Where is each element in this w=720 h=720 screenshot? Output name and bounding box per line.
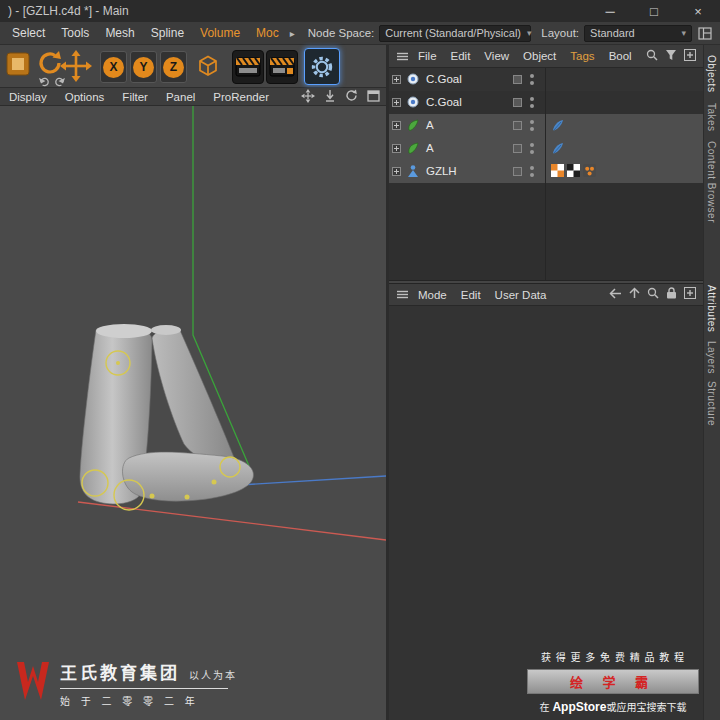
add-icon[interactable]: [684, 49, 696, 64]
phong-tag-icon[interactable]: [583, 164, 596, 180]
object-name[interactable]: A: [426, 119, 434, 131]
object-row-cgoal-1[interactable]: C.Goal: [389, 68, 703, 91]
3d-viewport[interactable]: 王氏教育集团 以人为本 始 于 二 零 零 二 年: [0, 106, 386, 720]
hamburger-icon[interactable]: [394, 290, 411, 299]
minimize-button[interactable]: ─: [588, 0, 632, 22]
menu-overflow-icon[interactable]: ▸: [287, 28, 298, 39]
object-row-joint-1[interactable]: A: [389, 114, 703, 137]
uvw-tag-icon[interactable]: [567, 164, 580, 180]
y-axis-lock-button[interactable]: Y: [130, 51, 157, 83]
visibility-dots[interactable]: [530, 120, 534, 131]
viewport-menu-options[interactable]: Options: [56, 91, 114, 103]
texture-tag-icon[interactable]: [551, 164, 564, 180]
tab-content-browser[interactable]: Content Browser: [706, 141, 717, 223]
lock-icon[interactable]: [666, 287, 677, 302]
viewport-menu-panel[interactable]: Panel: [157, 91, 204, 103]
render-settings-button[interactable]: [304, 48, 340, 85]
render-view-button[interactable]: [232, 50, 264, 84]
om-menu-edit[interactable]: Edit: [444, 50, 478, 62]
expand-icon[interactable]: [392, 144, 401, 153]
maximize-button[interactable]: □: [632, 0, 676, 22]
undo-icon[interactable]: [38, 76, 50, 87]
promo-watermark: 获 得 更 多 免 费 精 品 教 程 绘 学 霸 在 AppStore或应用宝…: [527, 649, 699, 714]
z-axis-lock-button[interactable]: Z: [160, 51, 187, 83]
tag-list: [551, 118, 565, 135]
om-menu-bool[interactable]: Bool: [602, 50, 639, 62]
menu-mograph[interactable]: Moc: [248, 26, 287, 40]
menu-volume[interactable]: Volume: [192, 26, 248, 40]
om-menu-view[interactable]: View: [477, 50, 516, 62]
enable-toggle[interactable]: [513, 121, 522, 130]
enable-toggle[interactable]: [513, 144, 522, 153]
promo-line1: 获 得 更 多 免 费 精 品 教 程: [541, 649, 685, 664]
promo-line3-bold: AppStore: [552, 700, 606, 714]
menu-mesh[interactable]: Mesh: [97, 26, 142, 40]
menu-select[interactable]: Select: [4, 26, 53, 40]
goal-object-icon: [406, 95, 420, 109]
object-name[interactable]: GZLH: [426, 165, 457, 177]
enable-toggle[interactable]: [513, 167, 522, 176]
weight-tag-icon[interactable]: [551, 118, 565, 135]
selection-tool-button[interactable]: [4, 50, 32, 78]
visibility-dots[interactable]: [530, 143, 534, 154]
visibility-dots[interactable]: [530, 74, 534, 85]
tab-structure[interactable]: Structure: [706, 381, 717, 426]
object-row-cgoal-2[interactable]: C.Goal: [389, 91, 703, 114]
object-name[interactable]: A: [426, 142, 434, 154]
am-menu-edit[interactable]: Edit: [454, 289, 488, 301]
up-arrow-icon[interactable]: [629, 287, 640, 302]
layout-dropdown[interactable]: Standard ▾: [584, 25, 692, 42]
om-menu-tags[interactable]: Tags: [563, 50, 601, 62]
zoom-view-icon[interactable]: [324, 89, 336, 104]
titlebar: ) - [GZLH.c4d *] - Main ─ □ ×: [0, 0, 720, 22]
object-name[interactable]: C.Goal: [426, 96, 462, 108]
search-icon[interactable]: [647, 287, 659, 302]
add-icon[interactable]: [684, 287, 696, 302]
tab-layers[interactable]: Layers: [706, 341, 717, 374]
visibility-dots[interactable]: [530, 166, 534, 177]
am-menu-mode[interactable]: Mode: [411, 289, 454, 301]
object-manager-menubar: File Edit View Object Tags Bool: [389, 45, 703, 68]
om-menu-object[interactable]: Object: [516, 50, 563, 62]
right-panel: File Edit View Object Tags Bool C.Goal: [389, 45, 703, 720]
weight-tag-icon[interactable]: [551, 141, 565, 158]
object-row-joint-2[interactable]: A: [389, 137, 703, 160]
render-to-picture-viewer-button[interactable]: [266, 50, 298, 84]
expand-icon[interactable]: [392, 98, 401, 107]
om-menu-file[interactable]: File: [411, 50, 444, 62]
menu-tools[interactable]: Tools: [53, 26, 97, 40]
rotate-view-icon[interactable]: [345, 89, 358, 104]
node-space-dropdown[interactable]: Current (Standard/Physical) ▾: [379, 25, 531, 42]
search-icon[interactable]: [646, 49, 658, 64]
filter-icon[interactable]: [665, 49, 677, 64]
viewport-menu-filter[interactable]: Filter: [113, 91, 157, 103]
object-row-gzlh[interactable]: GZLH: [389, 160, 703, 183]
close-button[interactable]: ×: [676, 0, 720, 22]
expand-icon[interactable]: [392, 75, 401, 84]
expand-icon[interactable]: [392, 121, 401, 130]
move-tool-button[interactable]: [60, 50, 92, 82]
tab-takes[interactable]: Takes: [706, 103, 717, 132]
menu-spline[interactable]: Spline: [143, 26, 192, 40]
enable-toggle[interactable]: [513, 75, 522, 84]
x-axis-lock-button[interactable]: X: [100, 51, 127, 83]
viewport-menu-prorender[interactable]: ProRender: [204, 91, 278, 103]
brand-name: 王氏教育集团: [60, 659, 180, 684]
object-name[interactable]: C.Goal: [426, 73, 462, 85]
layout-grid-icon[interactable]: [698, 27, 712, 40]
tab-objects[interactable]: Objects: [706, 55, 717, 92]
am-menu-userdata[interactable]: User Data: [488, 289, 554, 301]
coordinate-system-button[interactable]: [193, 51, 223, 81]
promo-line3-post: 或应用宝搜索下载: [606, 702, 686, 713]
back-arrow-icon[interactable]: [609, 288, 622, 302]
attribute-manager-menubar: Mode Edit User Data: [389, 284, 703, 306]
expand-icon[interactable]: [392, 167, 401, 176]
tab-attributes[interactable]: Attributes: [706, 285, 717, 332]
hamburger-icon[interactable]: [394, 52, 411, 61]
viewport-menu-display[interactable]: Display: [0, 91, 56, 103]
pan-view-icon[interactable]: [301, 89, 315, 105]
viewport-nav-icons: [301, 89, 386, 105]
enable-toggle[interactable]: [513, 98, 522, 107]
toggle-view-icon[interactable]: [367, 90, 380, 104]
visibility-dots[interactable]: [530, 97, 534, 108]
